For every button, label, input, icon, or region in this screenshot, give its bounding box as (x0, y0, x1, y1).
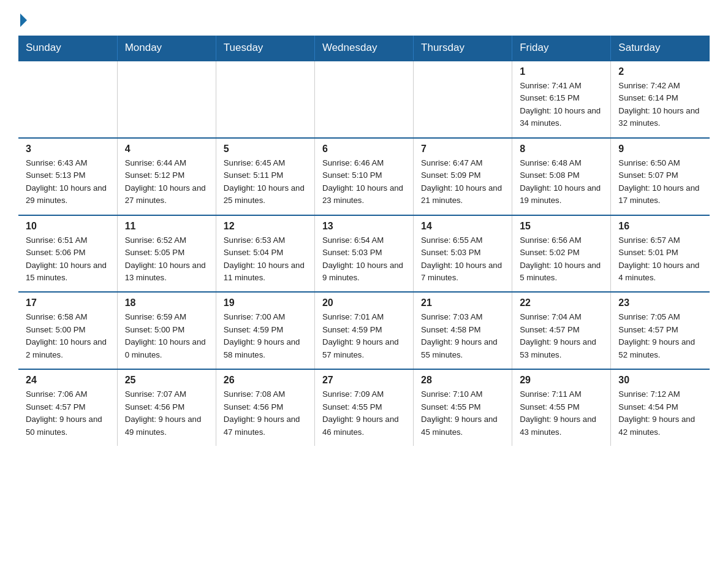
day-number: 26 (224, 375, 308, 386)
day-info: Sunrise: 6:51 AM Sunset: 5:06 PM Dayligh… (26, 234, 111, 285)
calendar-cell: 15Sunrise: 6:56 AM Sunset: 5:02 PM Dayli… (512, 215, 611, 293)
day-info: Sunrise: 6:55 AM Sunset: 5:03 PM Dayligh… (421, 234, 506, 285)
day-number: 5 (224, 144, 308, 155)
weekday-header-saturday: Saturday (611, 36, 710, 61)
day-info: Sunrise: 6:56 AM Sunset: 5:02 PM Dayligh… (520, 234, 604, 285)
calendar-cell: 3Sunrise: 6:43 AM Sunset: 5:13 PM Daylig… (18, 138, 117, 215)
day-number: 3 (26, 144, 111, 155)
calendar-cell: 2Sunrise: 7:42 AM Sunset: 6:14 PM Daylig… (611, 61, 710, 138)
weekday-header-wednesday: Wednesday (314, 36, 413, 61)
day-info: Sunrise: 6:53 AM Sunset: 5:04 PM Dayligh… (224, 234, 308, 285)
day-number: 1 (520, 66, 604, 77)
day-number: 30 (618, 375, 703, 386)
calendar-cell: 9Sunrise: 6:50 AM Sunset: 5:07 PM Daylig… (611, 138, 710, 215)
calendar-cell: 22Sunrise: 7:04 AM Sunset: 4:57 PM Dayli… (512, 292, 611, 369)
calendar-cell: 14Sunrise: 6:55 AM Sunset: 5:03 PM Dayli… (414, 215, 512, 293)
day-info: Sunrise: 6:52 AM Sunset: 5:05 PM Dayligh… (125, 234, 210, 285)
day-number: 6 (322, 144, 407, 155)
calendar-cell: 18Sunrise: 6:59 AM Sunset: 5:00 PM Dayli… (117, 292, 216, 369)
calendar-cell (314, 61, 413, 138)
day-info: Sunrise: 6:44 AM Sunset: 5:12 PM Dayligh… (125, 157, 210, 207)
calendar-cell: 1Sunrise: 7:41 AM Sunset: 6:15 PM Daylig… (512, 61, 611, 138)
day-info: Sunrise: 6:47 AM Sunset: 5:09 PM Dayligh… (421, 157, 506, 207)
calendar-cell (117, 61, 216, 138)
day-info: Sunrise: 6:54 AM Sunset: 5:03 PM Dayligh… (322, 234, 407, 285)
day-number: 28 (421, 375, 506, 386)
day-info: Sunrise: 6:57 AM Sunset: 5:01 PM Dayligh… (618, 234, 703, 285)
day-info: Sunrise: 7:10 AM Sunset: 4:55 PM Dayligh… (421, 388, 506, 439)
day-number: 7 (421, 144, 506, 155)
day-number: 14 (421, 221, 506, 232)
calendar-cell: 24Sunrise: 7:06 AM Sunset: 4:57 PM Dayli… (18, 369, 117, 446)
logo-arrow-icon (20, 13, 27, 27)
calendar-cell (18, 61, 117, 138)
calendar-cell: 25Sunrise: 7:07 AM Sunset: 4:56 PM Dayli… (117, 369, 216, 446)
day-info: Sunrise: 6:46 AM Sunset: 5:10 PM Dayligh… (322, 157, 407, 207)
day-number: 16 (618, 221, 703, 232)
day-number: 29 (520, 375, 604, 386)
calendar-table: SundayMondayTuesdayWednesdayThursdayFrid… (18, 36, 710, 446)
calendar-cell: 7Sunrise: 6:47 AM Sunset: 5:09 PM Daylig… (414, 138, 512, 215)
calendar-cell: 6Sunrise: 6:46 AM Sunset: 5:10 PM Daylig… (314, 138, 413, 215)
day-info: Sunrise: 7:08 AM Sunset: 4:56 PM Dayligh… (224, 388, 308, 439)
calendar-cell: 17Sunrise: 6:58 AM Sunset: 5:00 PM Dayli… (18, 292, 117, 369)
calendar-cell: 28Sunrise: 7:10 AM Sunset: 4:55 PM Dayli… (414, 369, 512, 446)
weekday-header-friday: Friday (512, 36, 611, 61)
calendar-cell: 19Sunrise: 7:00 AM Sunset: 4:59 PM Dayli… (216, 292, 314, 369)
day-info: Sunrise: 6:45 AM Sunset: 5:11 PM Dayligh… (224, 157, 308, 207)
weekday-header-thursday: Thursday (414, 36, 512, 61)
day-number: 19 (224, 297, 308, 308)
calendar-cell: 13Sunrise: 6:54 AM Sunset: 5:03 PM Dayli… (314, 215, 413, 293)
day-info: Sunrise: 7:00 AM Sunset: 4:59 PM Dayligh… (224, 311, 308, 361)
day-info: Sunrise: 7:06 AM Sunset: 4:57 PM Dayligh… (26, 388, 111, 439)
day-number: 24 (26, 375, 111, 386)
calendar-week-row: 24Sunrise: 7:06 AM Sunset: 4:57 PM Dayli… (18, 369, 710, 446)
day-info: Sunrise: 7:11 AM Sunset: 4:55 PM Dayligh… (520, 388, 604, 439)
day-info: Sunrise: 6:43 AM Sunset: 5:13 PM Dayligh… (26, 157, 111, 207)
day-number: 13 (322, 221, 407, 232)
day-info: Sunrise: 6:59 AM Sunset: 5:00 PM Dayligh… (125, 311, 210, 361)
calendar-cell: 30Sunrise: 7:12 AM Sunset: 4:54 PM Dayli… (611, 369, 710, 446)
day-info: Sunrise: 7:03 AM Sunset: 4:58 PM Dayligh… (421, 311, 506, 361)
calendar-header-row: SundayMondayTuesdayWednesdayThursdayFrid… (18, 36, 710, 61)
day-number: 15 (520, 221, 604, 232)
calendar-week-row: 1Sunrise: 7:41 AM Sunset: 6:15 PM Daylig… (18, 61, 710, 138)
day-info: Sunrise: 7:41 AM Sunset: 6:15 PM Dayligh… (520, 80, 604, 130)
day-number: 20 (322, 297, 407, 308)
day-number: 22 (520, 297, 604, 308)
day-number: 4 (125, 144, 210, 155)
weekday-header-sunday: Sunday (18, 36, 117, 61)
calendar-cell (216, 61, 314, 138)
day-info: Sunrise: 6:58 AM Sunset: 5:00 PM Dayligh… (26, 311, 111, 361)
calendar-cell: 21Sunrise: 7:03 AM Sunset: 4:58 PM Dayli… (414, 292, 512, 369)
day-info: Sunrise: 6:48 AM Sunset: 5:08 PM Dayligh… (520, 157, 604, 207)
day-info: Sunrise: 6:50 AM Sunset: 5:07 PM Dayligh… (618, 157, 703, 207)
day-number: 27 (322, 375, 407, 386)
logo (18, 15, 27, 27)
calendar-cell: 23Sunrise: 7:05 AM Sunset: 4:57 PM Dayli… (611, 292, 710, 369)
day-number: 2 (618, 66, 703, 77)
day-info: Sunrise: 7:12 AM Sunset: 4:54 PM Dayligh… (618, 388, 703, 439)
page-header (18, 15, 710, 27)
calendar-cell: 12Sunrise: 6:53 AM Sunset: 5:04 PM Dayli… (216, 215, 314, 293)
day-number: 25 (125, 375, 210, 386)
day-info: Sunrise: 7:09 AM Sunset: 4:55 PM Dayligh… (322, 388, 407, 439)
day-number: 17 (26, 297, 111, 308)
weekday-header-tuesday: Tuesday (216, 36, 314, 61)
day-number: 12 (224, 221, 308, 232)
calendar-cell: 5Sunrise: 6:45 AM Sunset: 5:11 PM Daylig… (216, 138, 314, 215)
day-number: 18 (125, 297, 210, 308)
calendar-week-row: 10Sunrise: 6:51 AM Sunset: 5:06 PM Dayli… (18, 215, 710, 293)
day-number: 23 (618, 297, 703, 308)
day-info: Sunrise: 7:07 AM Sunset: 4:56 PM Dayligh… (125, 388, 210, 439)
calendar-cell: 16Sunrise: 6:57 AM Sunset: 5:01 PM Dayli… (611, 215, 710, 293)
calendar-week-row: 17Sunrise: 6:58 AM Sunset: 5:00 PM Dayli… (18, 292, 710, 369)
weekday-header-monday: Monday (117, 36, 216, 61)
calendar-cell: 4Sunrise: 6:44 AM Sunset: 5:12 PM Daylig… (117, 138, 216, 215)
day-number: 11 (125, 221, 210, 232)
day-number: 9 (618, 144, 703, 155)
calendar-cell: 29Sunrise: 7:11 AM Sunset: 4:55 PM Dayli… (512, 369, 611, 446)
calendar-cell: 27Sunrise: 7:09 AM Sunset: 4:55 PM Dayli… (314, 369, 413, 446)
calendar-cell: 26Sunrise: 7:08 AM Sunset: 4:56 PM Dayli… (216, 369, 314, 446)
calendar-week-row: 3Sunrise: 6:43 AM Sunset: 5:13 PM Daylig… (18, 138, 710, 215)
